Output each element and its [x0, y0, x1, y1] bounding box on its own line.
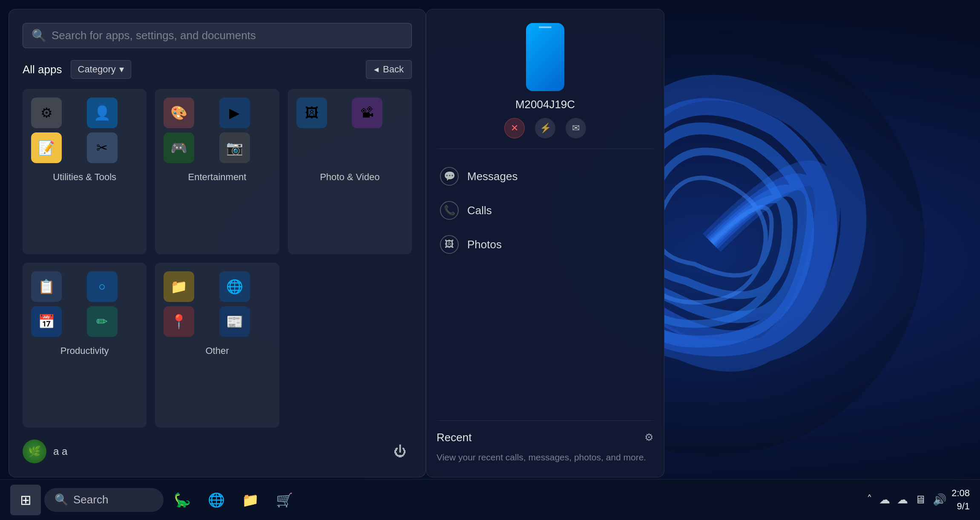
apps-header: All apps Category ▾ ◂ Back	[23, 60, 412, 79]
phone-action-buttons: ✕ ⚡ ✉	[504, 118, 586, 138]
movies-icon: ▶	[219, 98, 250, 128]
task-view-icon: 🦕	[174, 492, 191, 508]
category-label: Category	[78, 64, 116, 75]
photo-video-icons: 🖼 📽	[296, 98, 403, 163]
task-view-button[interactable]: 🦕	[167, 485, 198, 515]
productivity-icons: 📋 ○ 📅 ✏	[31, 271, 138, 337]
start-menu: 🔍 All apps Category ▾ ◂ Back ⚙	[9, 9, 426, 477]
chevron-down-icon: ▾	[119, 64, 124, 75]
back-arrow-icon: ◂	[374, 64, 379, 75]
phone-messages-item[interactable]: 💬 Messages	[437, 159, 654, 193]
apps-header-left: All apps Category ▾	[23, 60, 131, 79]
camera-icon: 📷	[219, 132, 250, 163]
taskbar-right: ˄ ☁ ☁ 🖥 🔊 2:08 9/1	[867, 487, 970, 513]
all-apps-label: All apps	[23, 63, 62, 76]
sticky-notes-icon: 📝	[31, 132, 62, 163]
taskbar: ⊞ 🔍 Search 🦕 🌐 📁 🛒 ˄ ☁ ☁	[0, 479, 980, 520]
productivity-label: Productivity	[31, 345, 138, 356]
back-button[interactable]: ◂ Back	[366, 60, 412, 79]
search-bar[interactable]: 🔍	[23, 23, 412, 48]
recent-section: Recent ⚙ View your recent calls, message…	[437, 420, 654, 463]
calls-icon: 📞	[440, 201, 459, 220]
back-label: Back	[383, 64, 404, 75]
phone-graphic	[526, 23, 564, 91]
pen-icon: ✏	[87, 306, 118, 337]
xbox-icon: 🎮	[164, 132, 194, 163]
notepad-icon: 📋	[31, 271, 62, 302]
other-icons: 📁 🌐 📍 📰	[164, 271, 270, 337]
photos-icon: 🖼	[296, 98, 327, 128]
recent-settings-icon[interactable]: ⚙	[644, 431, 654, 443]
power-icon: ⏻	[394, 444, 406, 459]
cortana-icon: ○	[87, 271, 118, 302]
taskbar-search[interactable]: 🔍 Search	[44, 488, 164, 512]
edge-icon-taskbar: 🌐	[208, 492, 225, 508]
maps-icon: 📍	[164, 306, 194, 337]
phone-notify-button[interactable]: ✉	[566, 118, 586, 138]
edge-icon: 🌐	[219, 271, 250, 302]
people-icon: 👤	[87, 98, 118, 128]
category-entertainment[interactable]: 🎨 ▶ 🎮 📷 Entertainment	[155, 89, 279, 254]
phone-disconnect-button[interactable]: ✕	[504, 118, 525, 138]
edge-button[interactable]: 🌐	[201, 485, 232, 515]
phone-menu-list: 💬 Messages 📞 Calls 🖼 Photos	[437, 159, 654, 261]
user-avatar: 🌿	[23, 440, 46, 463]
start-button[interactable]: ⊞	[10, 485, 41, 515]
phone-name: M2004J19C	[515, 98, 575, 111]
messages-label: Messages	[467, 170, 518, 183]
system-clock[interactable]: 2:08 9/1	[951, 487, 970, 513]
taskbar-left: ⊞ 🔍 Search 🦕 🌐 📁 🛒	[10, 485, 300, 515]
recent-title: Recent	[437, 431, 471, 444]
entertainment-icons: 🎨 ▶ 🎮 📷	[164, 98, 270, 163]
category-button[interactable]: Category ▾	[71, 60, 131, 79]
news-icon: 📰	[219, 306, 250, 337]
category-productivity[interactable]: 📋 ○ 📅 ✏ Productivity	[23, 263, 147, 428]
system-tray-icons: ˄ ☁ ☁ 🖥 🔊	[867, 493, 946, 506]
cloud-icon: ☁	[879, 493, 890, 506]
entertainment-label: Entertainment	[164, 172, 270, 183]
explorer-icon: 📁	[242, 492, 259, 508]
phone-photos-item[interactable]: 🖼 Photos	[437, 227, 654, 261]
empty-icon-1	[296, 132, 327, 163]
search-input[interactable]	[52, 29, 403, 42]
other-label: Other	[164, 345, 270, 356]
folder-icon: 📁	[164, 271, 194, 302]
user-name: a a	[53, 445, 67, 457]
calls-label: Calls	[467, 204, 492, 217]
start-menu-bottom: 🌿 a a ⏻	[23, 431, 412, 463]
category-other[interactable]: 📁 🌐 📍 📰 Other	[155, 263, 279, 428]
snip-icon: ✂	[87, 132, 118, 163]
chevron-up-icon[interactable]: ˄	[867, 493, 872, 506]
phone-bluetooth-button[interactable]: ⚡	[535, 118, 555, 138]
calendar-icon: 📅	[31, 306, 62, 337]
utilities-label: Utilities & Tools	[31, 172, 138, 183]
utilities-icons: ⚙ 👤 📝 ✂	[31, 98, 138, 163]
category-utilities[interactable]: ⚙ 👤 📝 ✂ Utilities & Tools	[23, 89, 147, 254]
onedrive-icon: ☁	[897, 493, 908, 506]
network-icon: 🖥	[915, 493, 926, 506]
user-area[interactable]: 🌿 a a	[23, 440, 67, 463]
search-icon: 🔍	[32, 29, 46, 43]
phone-device-section: M2004J19C ✕ ⚡ ✉	[437, 23, 654, 149]
phone-panel: M2004J19C ✕ ⚡ ✉ 💬 Messages 📞 Calls 🖼 Pho…	[426, 9, 664, 477]
taskbar-search-icon: 🔍	[55, 493, 68, 506]
photos-label: Photos	[467, 238, 502, 251]
photos-menu-icon: 🖼	[440, 235, 459, 254]
clock-date: 9/1	[951, 500, 970, 513]
phone-calls-item[interactable]: 📞 Calls	[437, 193, 654, 227]
store-icon: 🛒	[276, 492, 293, 508]
volume-icon: 🔊	[933, 493, 946, 506]
desktop: 🔍 All apps Category ▾ ◂ Back ⚙	[0, 0, 980, 520]
messages-icon: 💬	[440, 167, 459, 186]
power-button[interactable]: ⏻	[388, 440, 412, 463]
app-categories-grid: ⚙ 👤 📝 ✂ Utilities & Tools 🎨 ▶ 🎮 📷 Entert…	[23, 89, 412, 428]
windows-icon: ⊞	[20, 492, 32, 508]
settings-icon: ⚙	[31, 98, 62, 128]
file-explorer-button[interactable]: 📁	[235, 485, 266, 515]
recent-description: View your recent calls, messages, photos…	[437, 451, 654, 463]
store-button[interactable]: 🛒	[269, 485, 300, 515]
empty-icon-2	[352, 132, 382, 163]
category-photo-video[interactable]: 🖼 📽 Photo & Video	[288, 89, 412, 254]
paint-icon: 🎨	[164, 98, 194, 128]
media-icon: 📽	[352, 98, 382, 128]
